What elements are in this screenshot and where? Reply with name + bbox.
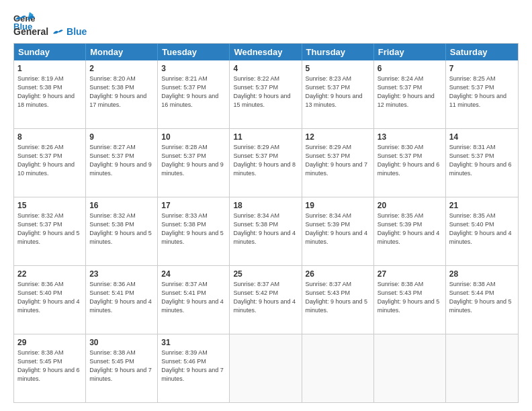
calendar-week-row: 15Sunrise: 8:32 AMSunset: 5:37 PMDayligh… bbox=[14, 197, 518, 265]
calendar-day-cell: 6Sunrise: 8:24 AMSunset: 5:37 PMDaylight… bbox=[374, 60, 446, 128]
weekday-header: Monday bbox=[86, 44, 158, 60]
day-info: Sunrise: 8:20 AMSunset: 5:38 PMDaylight:… bbox=[89, 75, 146, 107]
weekday-header: Saturday bbox=[446, 44, 518, 60]
logo-blue-text: Blue bbox=[66, 26, 87, 37]
day-number: 16 bbox=[89, 200, 154, 211]
day-info: Sunrise: 8:19 AMSunset: 5:38 PMDaylight:… bbox=[17, 75, 75, 107]
calendar-day-cell: 9Sunrise: 8:27 AMSunset: 5:37 PMDaylight… bbox=[86, 129, 158, 197]
calendar-day-cell: 4Sunrise: 8:22 AMSunset: 5:37 PMDaylight… bbox=[230, 60, 302, 128]
day-number: 24 bbox=[161, 269, 226, 279]
day-number: 1 bbox=[17, 63, 82, 74]
calendar-day-cell: 19Sunrise: 8:34 AMSunset: 5:39 PMDayligh… bbox=[302, 197, 374, 265]
day-number: 2 bbox=[89, 63, 154, 74]
day-info: Sunrise: 8:23 AMSunset: 5:37 PMDaylight:… bbox=[306, 75, 363, 107]
page: General Blue General Blue bbox=[0, 0, 532, 411]
day-info: Sunrise: 8:36 AMSunset: 5:40 PMDaylight:… bbox=[17, 281, 80, 313]
calendar-empty-cell bbox=[374, 334, 446, 402]
calendar-day-cell: 21Sunrise: 8:35 AMSunset: 5:40 PMDayligh… bbox=[446, 197, 518, 265]
calendar-day-cell: 25Sunrise: 8:37 AMSunset: 5:42 PMDayligh… bbox=[230, 266, 302, 334]
header: General Blue General Blue bbox=[13, 12, 519, 38]
calendar: SundayMondayTuesdayWednesdayThursdayFrid… bbox=[13, 43, 519, 403]
day-number: 7 bbox=[449, 63, 515, 74]
calendar-day-cell: 10Sunrise: 8:28 AMSunset: 5:37 PMDayligh… bbox=[158, 129, 230, 197]
day-info: Sunrise: 8:27 AMSunset: 5:37 PMDaylight:… bbox=[89, 144, 152, 176]
calendar-day-cell: 27Sunrise: 8:38 AMSunset: 5:43 PMDayligh… bbox=[374, 266, 446, 334]
day-info: Sunrise: 8:38 AMSunset: 5:44 PMDaylight:… bbox=[449, 281, 512, 313]
calendar-day-cell: 22Sunrise: 8:36 AMSunset: 5:40 PMDayligh… bbox=[14, 266, 86, 334]
day-info: Sunrise: 8:34 AMSunset: 5:39 PMDaylight:… bbox=[306, 212, 368, 244]
day-number: 3 bbox=[161, 63, 226, 74]
day-number: 30 bbox=[89, 337, 154, 348]
calendar-day-cell: 28Sunrise: 8:38 AMSunset: 5:44 PMDayligh… bbox=[446, 266, 518, 334]
day-info: Sunrise: 8:26 AMSunset: 5:37 PMDaylight:… bbox=[17, 144, 75, 176]
bird-icon bbox=[14, 14, 26, 22]
day-number: 27 bbox=[378, 269, 442, 279]
bird-icon-2 bbox=[52, 29, 63, 36]
calendar-empty-cell bbox=[230, 334, 302, 402]
day-info: Sunrise: 8:39 AMSunset: 5:46 PMDaylight:… bbox=[161, 349, 224, 381]
day-info: Sunrise: 8:38 AMSunset: 5:43 PMDaylight:… bbox=[378, 281, 440, 313]
day-info: Sunrise: 8:35 AMSunset: 5:40 PMDaylight:… bbox=[449, 212, 512, 244]
calendar-week-row: 8Sunrise: 8:26 AMSunset: 5:37 PMDaylight… bbox=[14, 128, 518, 197]
day-number: 13 bbox=[378, 132, 442, 142]
day-info: Sunrise: 8:21 AMSunset: 5:37 PMDaylight:… bbox=[161, 75, 218, 107]
calendar-day-cell: 1Sunrise: 8:19 AMSunset: 5:38 PMDaylight… bbox=[14, 60, 86, 128]
day-number: 9 bbox=[89, 132, 154, 142]
calendar-empty-cell bbox=[446, 334, 518, 402]
calendar-day-cell: 5Sunrise: 8:23 AMSunset: 5:37 PMDaylight… bbox=[302, 60, 374, 128]
day-number: 10 bbox=[161, 132, 226, 142]
calendar-day-cell: 18Sunrise: 8:34 AMSunset: 5:38 PMDayligh… bbox=[230, 197, 302, 265]
calendar-day-cell: 24Sunrise: 8:37 AMSunset: 5:41 PMDayligh… bbox=[158, 266, 230, 334]
day-number: 5 bbox=[306, 63, 370, 74]
day-info: Sunrise: 8:24 AMSunset: 5:37 PMDaylight:… bbox=[378, 75, 435, 107]
calendar-day-cell: 11Sunrise: 8:29 AMSunset: 5:37 PMDayligh… bbox=[230, 129, 302, 197]
day-info: Sunrise: 8:30 AMSunset: 5:37 PMDaylight:… bbox=[378, 144, 440, 176]
calendar-day-cell: 14Sunrise: 8:31 AMSunset: 5:37 PMDayligh… bbox=[446, 129, 518, 197]
calendar-week-row: 1Sunrise: 8:19 AMSunset: 5:38 PMDaylight… bbox=[14, 60, 518, 128]
calendar-week-row: 29Sunrise: 8:38 AMSunset: 5:45 PMDayligh… bbox=[14, 334, 518, 402]
calendar-header: SundayMondayTuesdayWednesdayThursdayFrid… bbox=[14, 44, 518, 60]
weekday-header: Thursday bbox=[302, 44, 374, 60]
day-info: Sunrise: 8:29 AMSunset: 5:37 PMDaylight:… bbox=[233, 144, 296, 176]
calendar-day-cell: 2Sunrise: 8:20 AMSunset: 5:38 PMDaylight… bbox=[86, 60, 158, 128]
day-info: Sunrise: 8:31 AMSunset: 5:37 PMDaylight:… bbox=[449, 144, 512, 176]
calendar-day-cell: 16Sunrise: 8:32 AMSunset: 5:38 PMDayligh… bbox=[86, 197, 158, 265]
day-number: 18 bbox=[233, 200, 298, 211]
day-info: Sunrise: 8:38 AMSunset: 5:45 PMDaylight:… bbox=[17, 349, 80, 381]
calendar-day-cell: 12Sunrise: 8:29 AMSunset: 5:37 PMDayligh… bbox=[302, 129, 374, 197]
day-number: 26 bbox=[306, 269, 370, 279]
day-info: Sunrise: 8:33 AMSunset: 5:38 PMDaylight:… bbox=[161, 212, 224, 244]
calendar-day-cell: 30Sunrise: 8:38 AMSunset: 5:45 PMDayligh… bbox=[86, 334, 158, 402]
day-info: Sunrise: 8:37 AMSunset: 5:43 PMDaylight:… bbox=[306, 281, 368, 313]
day-number: 29 bbox=[17, 337, 82, 348]
day-number: 31 bbox=[161, 337, 226, 348]
day-number: 19 bbox=[306, 200, 370, 211]
day-number: 12 bbox=[306, 132, 370, 142]
calendar-day-cell: 31Sunrise: 8:39 AMSunset: 5:46 PMDayligh… bbox=[158, 334, 230, 402]
day-number: 14 bbox=[449, 132, 515, 142]
calendar-day-cell: 7Sunrise: 8:25 AMSunset: 5:37 PMDaylight… bbox=[446, 60, 518, 128]
day-info: Sunrise: 8:37 AMSunset: 5:41 PMDaylight:… bbox=[161, 281, 224, 313]
calendar-empty-cell bbox=[302, 334, 374, 402]
day-info: Sunrise: 8:34 AMSunset: 5:38 PMDaylight:… bbox=[233, 212, 296, 244]
calendar-day-cell: 13Sunrise: 8:30 AMSunset: 5:37 PMDayligh… bbox=[374, 129, 446, 197]
calendar-day-cell: 23Sunrise: 8:36 AMSunset: 5:41 PMDayligh… bbox=[86, 266, 158, 334]
logo-general-text: General bbox=[13, 26, 48, 37]
day-number: 23 bbox=[89, 269, 154, 279]
logo: General Blue General Blue bbox=[13, 12, 87, 38]
day-info: Sunrise: 8:28 AMSunset: 5:37 PMDaylight:… bbox=[161, 144, 224, 176]
day-number: 20 bbox=[378, 200, 442, 211]
calendar-day-cell: 8Sunrise: 8:26 AMSunset: 5:37 PMDaylight… bbox=[14, 129, 86, 197]
day-info: Sunrise: 8:38 AMSunset: 5:45 PMDaylight:… bbox=[89, 349, 152, 381]
day-info: Sunrise: 8:29 AMSunset: 5:37 PMDaylight:… bbox=[306, 144, 368, 176]
day-number: 17 bbox=[161, 200, 226, 211]
day-number: 21 bbox=[449, 200, 515, 211]
day-number: 25 bbox=[233, 269, 298, 279]
calendar-week-row: 22Sunrise: 8:36 AMSunset: 5:40 PMDayligh… bbox=[14, 265, 518, 334]
day-info: Sunrise: 8:25 AMSunset: 5:37 PMDaylight:… bbox=[449, 75, 506, 107]
weekday-header: Sunday bbox=[14, 44, 86, 60]
calendar-day-cell: 26Sunrise: 8:37 AMSunset: 5:43 PMDayligh… bbox=[302, 266, 374, 334]
day-info: Sunrise: 8:36 AMSunset: 5:41 PMDaylight:… bbox=[89, 281, 152, 313]
calendar-body: 1Sunrise: 8:19 AMSunset: 5:38 PMDaylight… bbox=[14, 60, 518, 402]
weekday-header: Wednesday bbox=[230, 44, 302, 60]
